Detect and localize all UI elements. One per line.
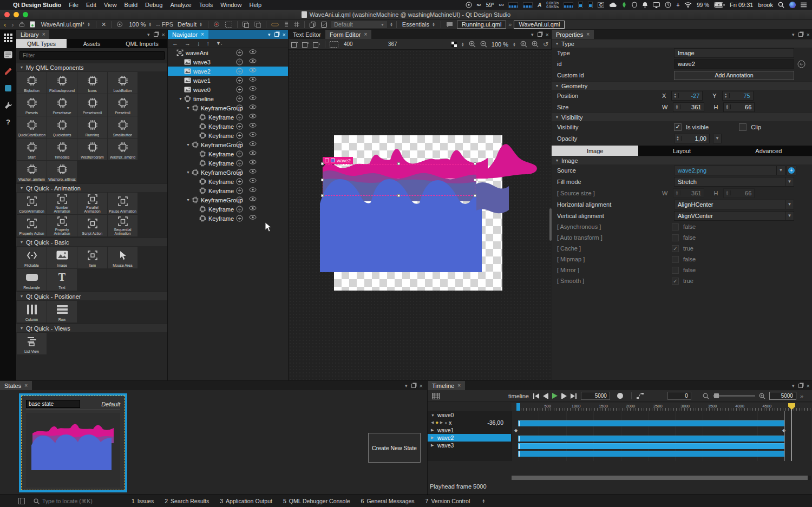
section-type[interactable]: ▾Type: [552, 39, 812, 48]
menu-item[interactable]: Help: [249, 2, 261, 8]
animation-tile[interactable]: Parallel Animation: [77, 193, 107, 214]
timeline-bar-wave1[interactable]: [518, 436, 784, 442]
x-spinbox[interactable]: ▲▼-27: [671, 91, 703, 101]
net-graph-icon[interactable]: [564, 2, 573, 8]
animation-tile[interactable]: Property Action: [17, 215, 47, 236]
override-window2-icon[interactable]: [253, 22, 263, 28]
export-icon[interactable]: [236, 196, 243, 203]
animation-tile[interactable]: Number Animation: [47, 193, 77, 214]
state-thumbnail[interactable]: [26, 413, 120, 488]
animation-tile[interactable]: Pause Animation: [108, 193, 137, 214]
eye-icon[interactable]: [249, 114, 257, 118]
navigator-row[interactable]: ▼ timeline: [168, 94, 288, 103]
export-icon[interactable]: [236, 169, 243, 176]
halign-combo[interactable]: AlignHCenter▼: [674, 200, 794, 209]
export-icon[interactable]: [236, 77, 243, 84]
text-editor-tab[interactable]: Text Editor: [289, 30, 325, 39]
close-icon[interactable]: ×: [42, 31, 45, 37]
cpu-graph-icon[interactable]: [508, 2, 518, 8]
edit-mode-icon[interactable]: [3, 50, 13, 60]
library-filter-input[interactable]: [19, 51, 165, 60]
menu-item[interactable]: Tools: [199, 2, 213, 8]
track-wave3[interactable]: ▶wave3: [428, 442, 511, 449]
y-spinbox[interactable]: ▲▼75: [722, 91, 754, 101]
library-tab[interactable]: Library×: [16, 30, 49, 39]
timeline-zoom-out-icon[interactable]: [703, 393, 709, 399]
network-speed[interactable]: 0.0KB/s0.5KB/s: [546, 1, 559, 9]
breadcrumb-waveani[interactable]: WaveAni.ui.qml: [514, 21, 565, 29]
section-qt-quick-basic[interactable]: ▾Qt Quick - Basic: [16, 238, 167, 246]
zoom-in-icon[interactable]: [469, 41, 476, 48]
component-tile[interactable]: Presetroll: [108, 94, 137, 116]
chevron-down-icon[interactable]: ▾: [531, 32, 534, 37]
move-left-icon[interactable]: ←: [172, 40, 178, 47]
navigator-row[interactable]: ▼ KeyframeGroup: [168, 140, 288, 149]
tab-qml-imports[interactable]: QML Imports: [117, 39, 167, 48]
battery-percent[interactable]: 99 %: [697, 2, 709, 8]
navigator-row[interactable]: ▼ wave2: [168, 67, 288, 76]
breadcrumb-running[interactable]: Running.ui.qml: [457, 21, 506, 29]
eye-icon[interactable]: [249, 178, 257, 183]
timeline-bar-wave2[interactable]: [518, 443, 784, 449]
menu-item[interactable]: Build: [125, 2, 137, 8]
record-button[interactable]: [617, 393, 623, 399]
create-new-state-button[interactable]: Create New State: [368, 433, 421, 463]
root-width-value[interactable]: 400: [344, 41, 365, 47]
navigator-row[interactable]: ▼ wave1: [168, 76, 288, 85]
component-tile[interactable]: Washprogram: [77, 139, 107, 160]
snap-margins-icon[interactable]: [313, 41, 320, 48]
close-icon[interactable]: ×: [24, 383, 28, 389]
keyframe-diamond[interactable]: ◆: [514, 428, 518, 433]
tab-advanced[interactable]: Advanced: [725, 146, 812, 156]
export-icon[interactable]: [236, 178, 243, 185]
keyframe-icon[interactable]: ◆: [435, 420, 438, 425]
duration-field[interactable]: 5000: [581, 392, 610, 400]
component-tile[interactable]: Presetscroll: [77, 94, 107, 116]
close-panel-icon[interactable]: ×: [162, 31, 165, 38]
eye-icon[interactable]: [249, 77, 257, 82]
close-icon[interactable]: ×: [586, 31, 590, 37]
tab-image[interactable]: Image: [552, 146, 638, 156]
export-icon[interactable]: [236, 68, 243, 75]
is-visible-checkbox[interactable]: [674, 123, 682, 131]
eye-icon[interactable]: [249, 104, 257, 109]
split-icon[interactable]: [411, 384, 416, 388]
selection-rect[interactable]: [323, 164, 475, 196]
expander-icon[interactable]: ▼: [186, 170, 192, 174]
timeline-zoom-slider[interactable]: [713, 395, 755, 397]
navigator-row[interactable]: ▼ KeyframeGroup: [168, 103, 288, 113]
output-pane-button[interactable]: 6General Messages: [361, 498, 415, 504]
navigator-row[interactable]: ▼ Keyframe: [168, 149, 288, 159]
bw-square-icon[interactable]: [451, 42, 457, 47]
item-tile[interactable]: Item: [77, 247, 107, 268]
timeline-bar-wave3[interactable]: [518, 451, 784, 457]
chevron-down-icon[interactable]: ▾: [147, 32, 150, 37]
next-frame-button[interactable]: [561, 393, 567, 399]
base-state-card[interactable]: Default: [19, 393, 127, 492]
time-machine-icon[interactable]: [665, 2, 671, 8]
close-panel-icon[interactable]: ×: [546, 31, 549, 38]
merge-icon[interactable]: [270, 22, 280, 27]
eye-icon[interactable]: [249, 187, 257, 192]
animation-tile[interactable]: ColorAnimation: [17, 193, 47, 214]
reset-id-icon[interactable]: [797, 60, 806, 68]
close-icon[interactable]: ×: [364, 31, 367, 37]
flag-checkbox[interactable]: [672, 256, 679, 263]
back-button[interactable]: ‹: [2, 21, 8, 29]
export-icon[interactable]: [236, 95, 243, 102]
component-tile[interactable]: Icons: [77, 72, 107, 94]
help-mode-icon[interactable]: ?: [3, 117, 13, 127]
close-window-button[interactable]: [4, 12, 10, 17]
app-menu[interactable]: Qt Design Studio: [13, 2, 61, 8]
timeline-bar-wave0[interactable]: [518, 420, 784, 426]
design-mode-icon[interactable]: [3, 67, 13, 76]
app-badge-cu[interactable]: CU: [499, 3, 504, 6]
h-spinbox[interactable]: ▲▼66: [723, 102, 755, 112]
close-document-button[interactable]: ✕: [100, 21, 108, 28]
sidebar-toggle-icon[interactable]: [18, 498, 25, 504]
export-icon[interactable]: [236, 187, 243, 194]
component-tile[interactable]: Presets: [17, 94, 47, 116]
output-pane-button[interactable]: 2Search Results: [165, 498, 209, 504]
leaf-icon[interactable]: [621, 2, 627, 8]
open-document-dropdown[interactable]: WaveAni.ui.qml* ▲▼: [39, 20, 93, 29]
